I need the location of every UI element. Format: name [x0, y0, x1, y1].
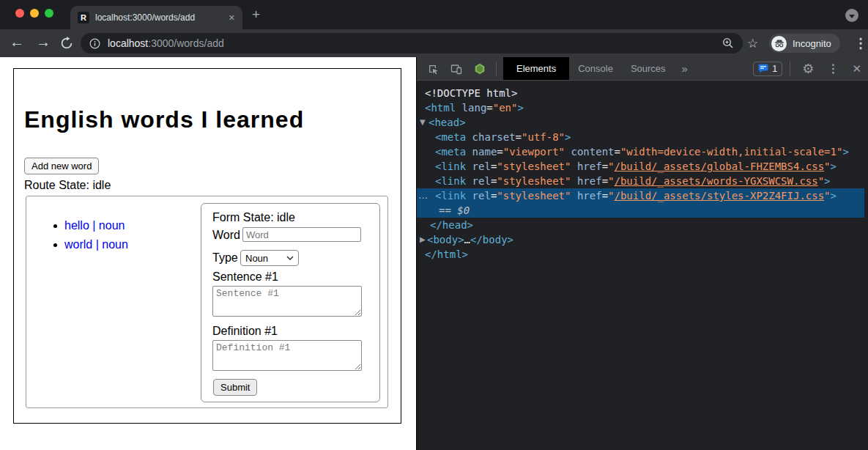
tab-title: localhost:3000/words/add [95, 12, 224, 23]
resize-handle-icon[interactable] [355, 309, 361, 316]
code-line[interactable]: <!DOCTYPE html> [417, 86, 868, 100]
chevron-down-icon [849, 15, 855, 18]
tab-sources[interactable]: Sources [622, 57, 675, 80]
info-icon[interactable] [89, 38, 100, 49]
tab-elements[interactable]: Elements [503, 57, 569, 80]
code-line[interactable]: </html> [417, 247, 868, 262]
incognito-icon [774, 38, 784, 48]
code-line[interactable]: <meta name="viewport" content="width=dev… [417, 144, 868, 159]
incognito-badge[interactable]: Incognito [769, 34, 840, 53]
bookmark-star-icon[interactable]: ☆ [747, 36, 758, 51]
issues-count: 1 [772, 64, 777, 74]
divider [496, 62, 497, 76]
code-line[interactable]: <link rel="stylesheet" href="/build/_ass… [417, 174, 868, 188]
more-tabs-icon[interactable]: » [675, 57, 695, 80]
inspect-element-icon[interactable] [427, 63, 439, 75]
devtools-close-icon[interactable]: ✕ [852, 62, 861, 75]
incognito-avatar [771, 36, 787, 51]
code-line[interactable]: == $0 [417, 203, 864, 218]
sentence-textarea[interactable] [212, 286, 362, 317]
close-window-button[interactable] [15, 9, 24, 18]
tab-console[interactable]: Console [569, 57, 622, 80]
word-input[interactable] [242, 227, 361, 242]
word-label: Word [212, 229, 240, 242]
web-page: English words I learned Add new word Rou… [0, 57, 416, 450]
incognito-label: Incognito [793, 38, 831, 49]
browser-window: R localhost:3000/words/add ✕ + ← → local… [0, 0, 868, 450]
add-new-word-button[interactable]: Add new word [24, 158, 99, 174]
back-button[interactable]: ← [10, 34, 24, 51]
chevron-down-icon [286, 256, 294, 260]
submit-button[interactable]: Submit [213, 379, 257, 396]
devtools-toolbar: Elements Console Sources » 1 ⚙ ⋮ ✕ [417, 57, 868, 81]
resize-handle-icon[interactable] [355, 364, 361, 370]
elements-tree: <!DOCTYPE html><html lang="en">▼<head><m… [417, 81, 868, 450]
sentence-label: Sentence #1 [212, 270, 278, 284]
definition-label: Definition #1 [212, 325, 278, 338]
tab-close-icon[interactable]: ✕ [229, 13, 235, 23]
word-list-item: hello | noun [53, 219, 128, 238]
code-line[interactable]: ▶<body>…</body> [417, 232, 868, 247]
remix-favicon-icon: R [78, 12, 89, 23]
tab-strip: R localhost:3000/words/add ✕ + [0, 0, 868, 29]
type-select[interactable]: Noun [240, 250, 299, 266]
url-path: :3000/words/add [148, 37, 224, 49]
maximize-window-button[interactable] [45, 9, 53, 18]
word-list: hello | nounworld | noun [53, 219, 128, 257]
code-line[interactable]: ▼<head> [417, 115, 868, 130]
expand-arrow-icon[interactable]: ▼ [420, 115, 426, 130]
url-host: localhost [108, 37, 148, 49]
bullet-icon [53, 224, 57, 228]
reload-button[interactable] [60, 37, 73, 50]
expand-arrow-icon[interactable]: ▶ [420, 232, 426, 247]
route-state-text: Route State: idle [24, 179, 111, 192]
code-line[interactable]: </head> [417, 218, 868, 232]
browser-menu-icon[interactable]: ⋮ [854, 35, 867, 51]
divider [790, 62, 790, 76]
word-link[interactable]: world | noun [64, 238, 128, 251]
code-line[interactable]: <meta charset="utf-8"> [417, 130, 868, 144]
word-link[interactable]: hello | noun [64, 219, 125, 232]
issues-message-icon [758, 64, 768, 73]
definition-textarea[interactable] [212, 340, 362, 371]
tab-search-button[interactable] [845, 9, 858, 22]
browser-toolbar: ← → localhost:3000/words/add ☆ Incognito… [0, 29, 868, 57]
new-tab-button[interactable]: + [252, 9, 260, 21]
browser-tab[interactable]: R localhost:3000/words/add ✕ [70, 6, 242, 29]
window-controls [15, 9, 53, 18]
bullet-icon [53, 243, 57, 247]
issues-badge[interactable]: 1 [753, 62, 782, 76]
node-js-icon[interactable] [474, 63, 486, 75]
forward-button[interactable]: → [36, 34, 51, 51]
device-toolbar-icon[interactable] [450, 63, 462, 75]
form-state-text: Form State: idle [212, 211, 295, 224]
url-bar[interactable]: localhost:3000/words/add [81, 33, 743, 54]
word-list-item: world | noun [53, 238, 128, 257]
page-title: English words I learned [24, 106, 304, 133]
minimize-window-button[interactable] [30, 9, 39, 18]
settings-gear-icon[interactable]: ⚙ [802, 61, 814, 77]
type-select-value: Noun [245, 253, 268, 264]
devtools-menu-icon[interactable]: ⋮ [827, 62, 839, 75]
code-line[interactable]: <link rel="stylesheet" href="/build/_ass… [417, 159, 868, 174]
line-options-icon[interactable]: … [418, 188, 428, 202]
devtools-panel: Elements Console Sources » 1 ⚙ ⋮ ✕ <!DOC… [416, 57, 868, 450]
code-line[interactable]: <html lang="en"> [417, 100, 868, 115]
code-line[interactable]: …<link rel="stylesheet" href="/build/_as… [417, 188, 864, 203]
type-label: Type [212, 251, 238, 265]
zoom-icon[interactable] [722, 37, 734, 49]
